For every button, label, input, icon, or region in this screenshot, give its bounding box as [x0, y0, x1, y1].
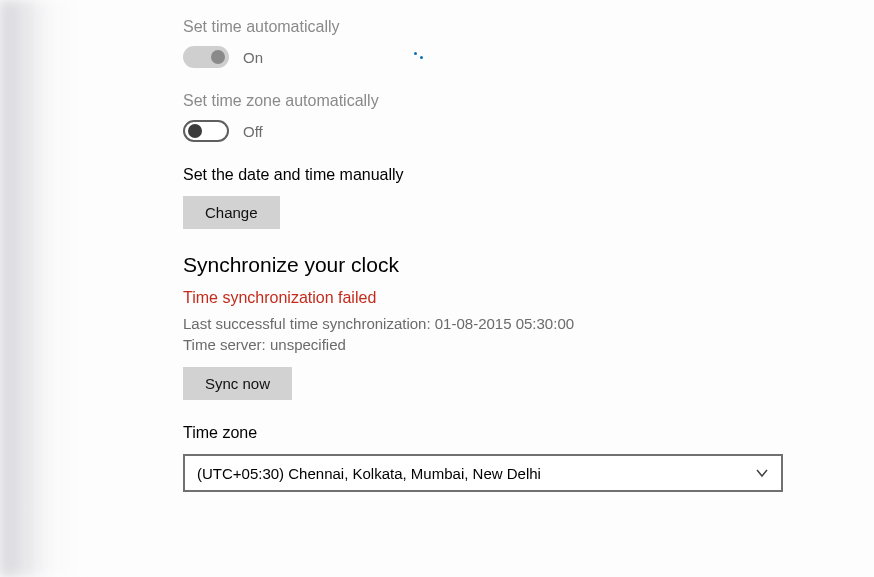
set-time-auto-status: On [243, 49, 263, 66]
set-timezone-auto-label: Set time zone automatically [183, 92, 793, 110]
set-manually-label: Set the date and time manually [183, 166, 793, 184]
chevron-down-icon [755, 466, 769, 480]
synchronize-heading: Synchronize your clock [183, 253, 793, 277]
blurred-left-edge [0, 0, 82, 577]
set-time-auto-label: Set time automatically [183, 18, 793, 36]
loading-spinner-icon [408, 52, 426, 70]
last-sync-line: Last successful time synchronization: 01… [183, 313, 793, 334]
synchronize-clock-block: Synchronize your clock Time synchronizat… [183, 253, 793, 400]
datetime-settings-panel: Set time automatically On Set time zone … [183, 18, 793, 516]
set-time-auto-toggle-row: On [183, 46, 793, 68]
sync-error-text: Time synchronization failed [183, 289, 793, 307]
set-time-auto-toggle[interactable] [183, 46, 229, 68]
timezone-label: Time zone [183, 424, 793, 442]
time-server-line: Time server: unspecified [183, 334, 793, 355]
set-timezone-automatically-block: Set time zone automatically Off [183, 92, 793, 142]
sync-info: Last successful time synchronization: 01… [183, 313, 793, 355]
set-time-automatically-block: Set time automatically On [183, 18, 793, 68]
change-button[interactable]: Change [183, 196, 280, 229]
timezone-block: Time zone (UTC+05:30) Chennai, Kolkata, … [183, 424, 793, 492]
set-manually-block: Set the date and time manually Change [183, 166, 793, 229]
toggle-knob-icon [211, 50, 225, 64]
timezone-value: (UTC+05:30) Chennai, Kolkata, Mumbai, Ne… [197, 465, 541, 482]
set-timezone-auto-status: Off [243, 123, 263, 140]
toggle-knob-icon [188, 124, 202, 138]
timezone-dropdown[interactable]: (UTC+05:30) Chennai, Kolkata, Mumbai, Ne… [183, 454, 783, 492]
set-timezone-auto-toggle[interactable] [183, 120, 229, 142]
sync-now-button[interactable]: Sync now [183, 367, 292, 400]
set-timezone-auto-toggle-row: Off [183, 120, 793, 142]
